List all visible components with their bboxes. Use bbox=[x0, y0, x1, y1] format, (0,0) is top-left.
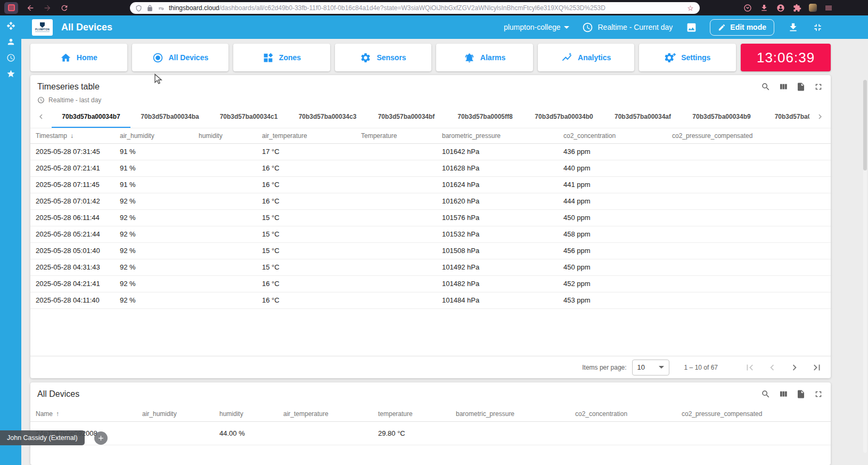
reload-icon[interactable] bbox=[60, 3, 69, 13]
nav-item-alarms[interactable]: Alarms bbox=[436, 44, 533, 71]
nav-item-all-devices[interactable]: All Devices bbox=[132, 44, 229, 71]
table-row[interactable]: 2025-05-28 07:21:4191 %16 °C101628 hPa44… bbox=[30, 160, 831, 176]
column-header[interactable]: humidity bbox=[214, 406, 278, 421]
prev-page-icon[interactable] bbox=[766, 361, 779, 374]
column-header[interactable]: barometric_pressure bbox=[437, 128, 558, 143]
table-row[interactable]: 2025-05-28 05:21:4492 %15 °C101532 hPa45… bbox=[30, 226, 831, 242]
table-row[interactable]: 2025-05-28 04:21:4192 %16 °C101482 hPa45… bbox=[30, 275, 831, 292]
bookmark-star-icon[interactable] bbox=[687, 4, 694, 12]
downloads-icon[interactable] bbox=[759, 3, 769, 13]
column-header[interactable]: co2_pressure_compensated bbox=[667, 128, 831, 143]
nav-item-sensors[interactable]: Sensors bbox=[335, 44, 432, 71]
extensions-puzzle-icon[interactable] bbox=[792, 3, 802, 13]
widget-timewindow[interactable]: Realtime - last day bbox=[30, 96, 831, 104]
shield-icon[interactable] bbox=[135, 4, 143, 12]
device-tab[interactable]: 70b3d57ba00034b7 bbox=[52, 105, 130, 128]
column-header[interactable]: humidity bbox=[193, 128, 257, 143]
column-header[interactable]: air_temperature bbox=[257, 128, 356, 143]
history-clock-icon[interactable] bbox=[6, 53, 15, 62]
table-header-row: Name↑ air_humidity humidity air_temperat… bbox=[30, 406, 831, 421]
table-row[interactable]: 2025-05-28 07:31:4591 %17 °C101642 hPa43… bbox=[30, 143, 831, 160]
edit-mode-button[interactable]: Edit mode bbox=[710, 19, 774, 36]
vertical-scrollbar[interactable] bbox=[863, 80, 867, 453]
last-page-icon[interactable] bbox=[810, 361, 823, 374]
menu-icon[interactable] bbox=[824, 3, 833, 13]
nav-label: Analytics bbox=[578, 53, 611, 62]
collapse-icon[interactable] bbox=[812, 21, 823, 33]
lock-icon[interactable] bbox=[146, 4, 154, 12]
items-per-page-select[interactable]: 10 bbox=[632, 360, 669, 376]
nav-item-zones[interactable]: Zones bbox=[233, 44, 330, 71]
home-icon bbox=[60, 52, 71, 63]
nav-item-home[interactable]: Home bbox=[30, 44, 127, 71]
table-header-row: Timestamp↓ air_humidity humidity air_tem… bbox=[30, 128, 831, 143]
nav-item-settings[interactable]: Settings bbox=[639, 44, 736, 71]
device-tab[interactable]: 70b3d57ba00034c3 bbox=[288, 105, 367, 128]
table-row[interactable]: 2025-05-28 04:11:4092 %16 °C101484 hPa45… bbox=[30, 292, 831, 308]
entity-select[interactable]: plumpton-college bbox=[504, 23, 569, 31]
column-header[interactable]: air_temperature bbox=[278, 406, 373, 421]
columns-icon[interactable] bbox=[779, 82, 788, 92]
items-per-page-label: Items per page: bbox=[582, 364, 626, 371]
download-icon[interactable] bbox=[787, 21, 799, 33]
url-bar[interactable]: thingsboard.cloud/dashboards/all/c62d49b… bbox=[130, 2, 700, 14]
add-button[interactable] bbox=[94, 431, 108, 445]
device-tab[interactable]: 70b3d57ba00034ba bbox=[130, 105, 209, 128]
table-row[interactable]: 24e1247b5e092008 44.00 % 29.80 °C bbox=[30, 421, 831, 445]
fullscreen-icon[interactable] bbox=[814, 389, 823, 399]
table-row[interactable]: 2025-05-28 05:01:4092 %15 °C101508 hPa45… bbox=[30, 242, 831, 259]
column-header-timestamp[interactable]: Timestamp↓ bbox=[30, 128, 114, 143]
person-icon[interactable] bbox=[6, 37, 15, 46]
forward-icon[interactable] bbox=[43, 3, 52, 13]
arrows-move-icon[interactable] bbox=[6, 21, 15, 30]
export-file-icon[interactable] bbox=[796, 389, 806, 399]
column-header[interactable]: air_humidity bbox=[137, 406, 214, 421]
gear-plus-icon bbox=[665, 52, 676, 63]
column-header[interactable]: co2_concentration bbox=[570, 406, 676, 421]
column-header[interactable]: Temperature bbox=[356, 128, 437, 143]
search-icon[interactable] bbox=[761, 82, 771, 92]
fullscreen-icon[interactable] bbox=[814, 82, 823, 92]
image-icon[interactable] bbox=[685, 21, 697, 33]
next-page-icon[interactable] bbox=[788, 361, 801, 374]
nav-item-analytics[interactable]: Analytics bbox=[538, 44, 635, 71]
device-tab[interactable]: 70b3d57ba00034bf bbox=[367, 105, 446, 128]
extension-addon-icon[interactable] bbox=[809, 4, 817, 12]
columns-icon[interactable] bbox=[779, 389, 788, 399]
table-row[interactable]: 2025-05-28 06:11:4492 %15 °C101576 hPa45… bbox=[30, 209, 831, 226]
chevron-down-icon bbox=[659, 366, 664, 369]
export-file-icon[interactable] bbox=[796, 82, 806, 92]
column-header-name[interactable]: Name↑ bbox=[30, 406, 137, 421]
column-header[interactable]: barometric_pressure bbox=[451, 406, 570, 421]
edit-mode-label: Edit mode bbox=[730, 23, 766, 31]
scrollbar-thumb[interactable] bbox=[863, 80, 867, 170]
device-tab[interactable]: 70b3d57ba00034b9 bbox=[682, 105, 761, 128]
browser-toolbar: thingsboard.cloud/dashboards/all/c62d49b… bbox=[0, 0, 868, 15]
tabs-prev-icon[interactable] bbox=[30, 105, 52, 128]
tabs-next-icon[interactable] bbox=[809, 105, 831, 128]
column-header[interactable]: air_humidity bbox=[114, 128, 193, 143]
back-icon[interactable] bbox=[26, 3, 35, 13]
column-header[interactable]: co2_pressure_compensated bbox=[676, 406, 831, 421]
device-tab[interactable]: 70b3d57ba0005ff8 bbox=[446, 105, 525, 128]
star-icon[interactable] bbox=[6, 69, 15, 78]
timewindow-button[interactable]: Realtime - Current day bbox=[582, 21, 673, 33]
search-icon[interactable] bbox=[761, 389, 771, 399]
permissions-icon[interactable] bbox=[158, 4, 165, 12]
pocket-icon[interactable] bbox=[743, 3, 752, 13]
widget-title: Timeseries table bbox=[37, 82, 100, 92]
table-row[interactable]: 2025-05-28 07:11:4591 %16 °C101624 hPa44… bbox=[30, 176, 831, 193]
device-tab[interactable]: 70b3d57ba00034af bbox=[603, 105, 682, 128]
table-row[interactable]: 2025-05-28 04:31:4392 %15 °C101492 hPa45… bbox=[30, 259, 831, 275]
first-page-icon[interactable] bbox=[743, 361, 756, 374]
column-header[interactable]: co2_concentration bbox=[558, 128, 667, 143]
account-icon[interactable] bbox=[776, 3, 785, 13]
paginator: Items per page: 10 1 – 10 of 67 bbox=[30, 356, 831, 378]
table-row[interactable]: 2025-05-28 07:01:4292 %16 °C101620 hPa44… bbox=[30, 193, 831, 209]
device-tab[interactable]: 70b3d57ba00034b0 bbox=[525, 105, 603, 128]
nav-row: Home All Devices Zones Sensors bbox=[30, 44, 831, 71]
device-tab[interactable]: 70b3d57ba00034c1 bbox=[209, 105, 288, 128]
header-actions: plumpton-college Realtime - Current day … bbox=[504, 19, 823, 36]
recording-indicator[interactable] bbox=[4, 2, 18, 14]
column-header[interactable]: temperature bbox=[373, 406, 451, 421]
